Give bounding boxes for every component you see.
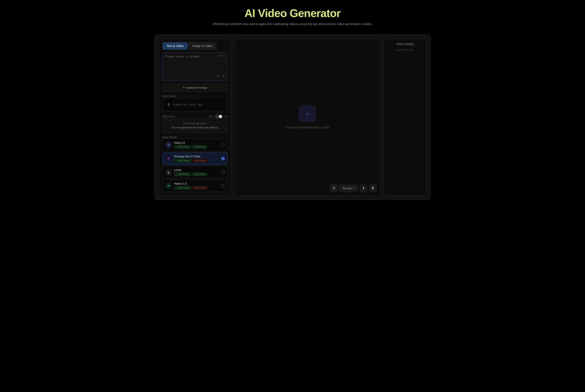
runway-radio[interactable] bbox=[221, 157, 225, 160]
toggle-on-label: ON bbox=[224, 115, 228, 118]
kling-tags: ✓ Start Frame ✓ End Frame bbox=[174, 145, 219, 149]
model-list: ♻ Kling 1.0 ✓ Start Frame ✓ End Frame R bbox=[162, 139, 228, 192]
toggle-track[interactable] bbox=[215, 114, 223, 118]
hailuo-tag-start: ✓ Start Frame bbox=[174, 186, 191, 190]
prompt-counter: 0/512 bbox=[219, 54, 225, 57]
runway-icon: R bbox=[165, 155, 172, 162]
main-container: Text to Video Image to Video 0/512 ⧉ ⊗ ✦… bbox=[154, 34, 431, 200]
end-frame-section: End Frame ↓ OFF ON End frame still works… bbox=[162, 114, 228, 133]
video-placeholder-text: Choose your history video to play bbox=[286, 126, 330, 129]
prompt-toolbar-button[interactable]: Prompt ∨ bbox=[339, 185, 358, 192]
prompt-area: 0/512 ⧉ ⊗ bbox=[162, 52, 228, 81]
hailuo-info: Hailuo 1.0 ✓ Start Frame ✕ End Frame bbox=[174, 182, 219, 190]
start-frame-label: Start Frame ↓ bbox=[162, 94, 228, 98]
video-model-chevron: ↓ bbox=[178, 136, 178, 138]
model-item-luma[interactable]: ◭ Luma ✓ Start Frame ✓ End Frame bbox=[162, 166, 228, 178]
video-history-title: Video History bbox=[387, 42, 422, 46]
delete-button[interactable]: 🗑 bbox=[369, 184, 377, 192]
luma-name: Luma bbox=[174, 168, 219, 172]
kling-info: Kling 1.0 ✓ Start Frame ✓ End Frame bbox=[174, 141, 219, 149]
trash-icon: 🗑 bbox=[371, 186, 374, 190]
sparkle-icon: ✦ bbox=[183, 86, 185, 89]
prompt-icons: ⧉ ⊗ bbox=[165, 74, 225, 78]
luma-radio[interactable] bbox=[221, 170, 225, 174]
luma-tag-end: ✓ End Frame bbox=[192, 172, 207, 176]
page-title: AI Video Generator bbox=[4, 7, 581, 20]
kling-tag-end: ✓ End Frame bbox=[192, 145, 207, 149]
tab-row: Text to Video Image to Video bbox=[162, 42, 228, 50]
kling-tag-start: ✓ Start Frame bbox=[174, 145, 191, 149]
prompt-toolbar-label: Prompt bbox=[342, 187, 352, 190]
optimize-prompt-button[interactable]: ✦ Optimize Prompt bbox=[162, 84, 228, 92]
hailuo-radio[interactable] bbox=[221, 184, 225, 188]
start-frame-upload[interactable]: ⬆ Support: jpg、webp、png bbox=[162, 98, 228, 112]
copy-icon[interactable]: ⧉ bbox=[216, 74, 220, 78]
video-placeholder: Choose your history video to play bbox=[286, 105, 330, 129]
tab-image-to-video[interactable]: Image to Video bbox=[188, 42, 216, 50]
left-panel: Text to Video Image to Video 0/512 ⧉ ⊗ ✦… bbox=[159, 39, 231, 196]
video-play-icon bbox=[299, 105, 316, 122]
prompt-input[interactable] bbox=[165, 55, 225, 72]
download-button[interactable]: ⬇ bbox=[360, 184, 367, 192]
page-subtitle: Effortlessly transform text and images i… bbox=[4, 22, 581, 26]
kling-radio[interactable] bbox=[221, 143, 225, 147]
tab-text-to-video[interactable]: Text to Video bbox=[162, 42, 188, 50]
start-frame-chevron: ↓ bbox=[177, 95, 178, 97]
clear-icon[interactable]: ⊗ bbox=[222, 74, 225, 78]
luma-tag-start: ✓ Start Frame bbox=[174, 172, 191, 176]
bottom-toolbar: ⧉ Prompt ∨ ⬇ 🗑 bbox=[330, 184, 377, 192]
end-frame-info: End frame still works but not supported … bbox=[162, 118, 228, 133]
hailuo-name: Hailuo 1.0 bbox=[174, 182, 219, 185]
end-frame-toggle[interactable]: OFF ON bbox=[209, 114, 228, 118]
model-item-runway[interactable]: R Runway Gen-3 Turbo ✓ Start Frame ✕ End… bbox=[162, 152, 228, 165]
kling-name: Kling 1.0 bbox=[174, 141, 219, 144]
video-model-section: Video Model ↓ ♻ Kling 1.0 ✓ Start Frame … bbox=[162, 136, 228, 192]
toggle-off-label: OFF bbox=[209, 115, 214, 118]
end-frame-info-line1: End frame still works bbox=[166, 122, 224, 126]
end-frame-row: End Frame ↓ OFF ON bbox=[162, 114, 228, 118]
luma-tags: ✓ Start Frame ✓ End Frame bbox=[174, 172, 219, 176]
prompt-toolbar-chevron: ∨ bbox=[353, 187, 355, 190]
right-panel: Video History No history yet bbox=[384, 39, 426, 196]
page-header: AI Video Generator Effortlessly transfor… bbox=[4, 7, 581, 26]
hailuo-tag-end: ✕ End Frame bbox=[192, 186, 207, 190]
copy-toolbar-button[interactable]: ⧉ bbox=[330, 184, 338, 192]
model-item-kling[interactable]: ♻ Kling 1.0 ✓ Start Frame ✓ End Frame bbox=[162, 139, 228, 151]
runway-name: Runway Gen-3 Turbo bbox=[174, 155, 219, 158]
start-frame-support: Support: jpg、webp、png bbox=[173, 103, 202, 106]
optimize-label: Optimize Prompt bbox=[186, 86, 207, 89]
runway-tag-start: ✓ Start Frame bbox=[174, 159, 191, 162]
no-history-text: No history yet bbox=[387, 48, 422, 52]
upload-icon: ⬆ bbox=[167, 102, 170, 107]
middle-panel: Choose your history video to play ⧉ Prom… bbox=[234, 39, 380, 196]
download-icon: ⬇ bbox=[362, 186, 365, 190]
hailuo-icon: ≋ bbox=[165, 182, 172, 189]
copy-toolbar-icon: ⧉ bbox=[333, 186, 335, 190]
runway-info: Runway Gen-3 Turbo ✓ Start Frame ✕ End F… bbox=[174, 155, 219, 162]
toggle-thumb bbox=[219, 115, 222, 118]
end-frame-chevron: ↓ bbox=[176, 116, 177, 118]
end-frame-info-line2: but not supported (Runway) and (Hailuo) bbox=[166, 126, 224, 130]
end-frame-label: End Frame ↓ bbox=[162, 115, 177, 118]
luma-icon: ◭ bbox=[165, 169, 172, 176]
hailuo-tags: ✓ Start Frame ✕ End Frame bbox=[174, 186, 219, 190]
start-frame-section: Start Frame ↓ ⬆ Support: jpg、webp、png bbox=[162, 94, 228, 112]
luma-info: Luma ✓ Start Frame ✓ End Frame bbox=[174, 168, 219, 176]
model-item-hailuo[interactable]: ≋ Hailuo 1.0 ✓ Start Frame ✕ End Frame bbox=[162, 180, 228, 192]
runway-tags: ✓ Start Frame ✕ End Frame bbox=[174, 159, 219, 162]
video-model-label: Video Model ↓ bbox=[162, 136, 228, 139]
kling-icon: ♻ bbox=[165, 142, 172, 148]
runway-tag-end: ✕ End Frame bbox=[192, 159, 207, 162]
